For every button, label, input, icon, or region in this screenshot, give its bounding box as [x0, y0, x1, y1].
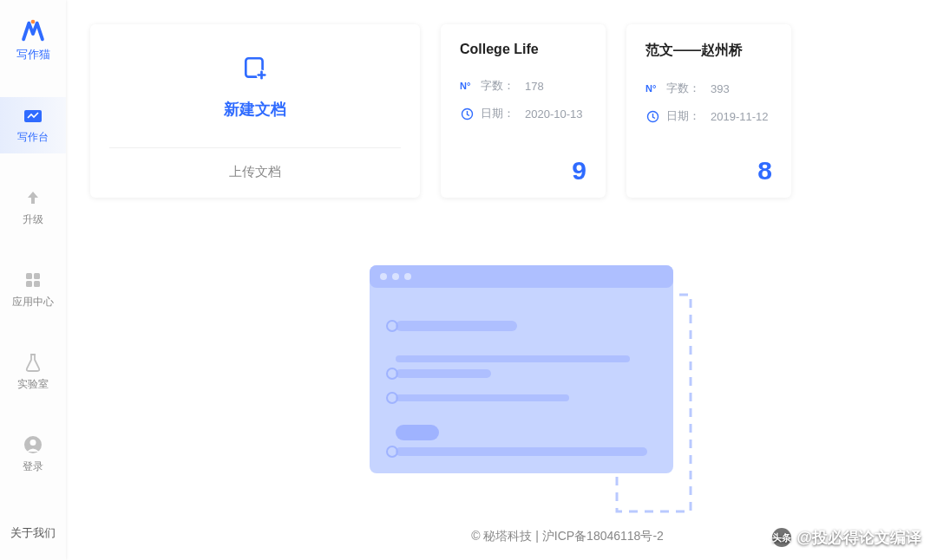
about-link[interactable]: 关于我们 [10, 525, 56, 541]
sidebar-item-workspace[interactable]: 写作台 [0, 97, 66, 153]
copyright-text: © 秘塔科技 | 沪ICP备18046118号-2 [471, 529, 664, 543]
wordcount-value: 178 [525, 80, 544, 93]
sidebar-item-label: 升级 [23, 212, 43, 227]
svg-rect-28 [396, 447, 647, 456]
svg-text:N°: N° [460, 81, 470, 91]
svg-rect-4 [26, 281, 32, 287]
svg-rect-24 [396, 355, 630, 362]
create-doc-card[interactable]: 新建文档 上传文档 [90, 24, 420, 198]
sidebar-item-label: 实验室 [17, 377, 49, 392]
svg-rect-25 [396, 369, 491, 378]
empty-state-illustration [361, 260, 708, 520]
date-value: 2019-11-12 [711, 110, 769, 123]
doc-wordcount-row: N° 字数： 178 [460, 78, 586, 94]
edit-icon [23, 106, 43, 125]
svg-rect-19 [370, 265, 673, 288]
wordcount-icon: N° [460, 79, 474, 93]
svg-rect-5 [34, 281, 40, 287]
svg-point-21 [392, 273, 399, 280]
upload-doc-button[interactable]: 上传文档 [109, 147, 401, 180]
doc-score: 9 [572, 156, 586, 186]
svg-rect-23 [396, 321, 517, 331]
doc-title: College Life [460, 42, 586, 57]
wordcount-label: 字数： [481, 78, 514, 94]
watermark: 头条 @投必得论文编译 [772, 527, 921, 548]
main-area: 新建文档 上传文档 College Life N° 字数： 178 日期： 20… [66, 0, 937, 560]
doc-card[interactable]: 范文——赵州桥 N° 字数： 393 日期： 2019-11-12 8 [626, 24, 791, 198]
doc-card[interactable]: College Life N° 字数： 178 日期： 2020-10-13 9 [441, 24, 606, 198]
brand-logo: 写作猫 [16, 19, 50, 62]
doc-date-row: 日期： 2019-11-12 [645, 108, 772, 124]
wordcount-label: 字数： [666, 81, 700, 96]
svg-point-8 [30, 440, 36, 446]
doc-title: 范文——赵州桥 [645, 42, 772, 60]
doc-score: 8 [757, 156, 772, 186]
svg-text:N°: N° [645, 83, 656, 94]
watermark-badge-icon: 头条 [772, 528, 791, 547]
date-value: 2020-10-13 [525, 107, 583, 120]
svg-point-20 [380, 273, 387, 280]
sidebar-item-label: 登录 [23, 459, 43, 474]
sidebar-item-label: 应用中心 [12, 295, 54, 309]
lab-icon [23, 353, 43, 372]
clock-icon [645, 109, 659, 123]
cards-row: 新建文档 上传文档 College Life N° 字数： 178 日期： 20… [66, 0, 937, 198]
sidebar-item-apps[interactable]: 应用中心 [0, 262, 66, 318]
user-icon [23, 435, 43, 454]
wordcount-value: 393 [711, 82, 730, 95]
apps-icon [23, 270, 43, 290]
sidebar-item-login[interactable]: 登录 [0, 427, 66, 483]
svg-rect-26 [396, 394, 569, 401]
svg-rect-3 [34, 273, 40, 279]
new-doc-icon [231, 55, 279, 81]
doc-date-row: 日期： 2020-10-13 [460, 106, 586, 121]
sidebar-item-lab[interactable]: 实验室 [0, 344, 66, 400]
brand-name: 写作猫 [16, 47, 50, 62]
wordcount-icon: N° [645, 81, 659, 95]
clock-icon [460, 107, 474, 120]
logo-icon [19, 19, 47, 43]
svg-point-22 [404, 273, 411, 280]
sidebar-item-label: 写作台 [17, 130, 49, 145]
doc-wordcount-row: N° 字数： 393 [645, 81, 772, 96]
upgrade-icon [23, 188, 43, 207]
date-label: 日期： [666, 108, 700, 124]
sidebar-item-upgrade[interactable]: 升级 [0, 179, 66, 236]
svg-rect-2 [26, 273, 32, 279]
sidebar-nav: 写作台 升级 应用中心 实验室 登录 [0, 97, 66, 483]
create-doc-label: 新建文档 [224, 99, 286, 120]
watermark-text: @投必得论文编译 [796, 527, 921, 548]
date-label: 日期： [481, 106, 514, 121]
sidebar: 写作猫 写作台 升级 应用中心 实验室 [0, 0, 66, 560]
svg-rect-27 [396, 425, 439, 440]
svg-point-0 [31, 20, 36, 24]
